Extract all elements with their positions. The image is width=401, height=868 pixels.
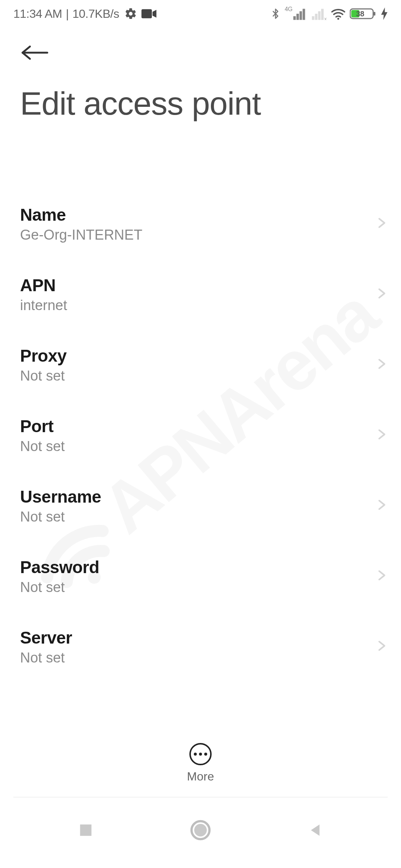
- svg-rect-8: [318, 11, 321, 20]
- row-proxy[interactable]: Proxy Not set: [0, 329, 401, 400]
- svg-rect-2: [293, 16, 296, 20]
- battery-text: 38: [356, 10, 364, 18]
- more-button[interactable]: More: [0, 743, 401, 783]
- row-label: Server: [20, 628, 72, 648]
- row-label: Username: [20, 487, 101, 507]
- row-value: internet: [20, 297, 67, 313]
- chevron-right-icon: [375, 355, 388, 374]
- svg-rect-1: [141, 9, 152, 19]
- row-server[interactable]: Server Not set: [0, 611, 401, 682]
- nav-back-icon[interactable]: [307, 822, 324, 840]
- video-icon: [141, 8, 157, 19]
- row-label: Password: [20, 557, 99, 577]
- svg-rect-4: [300, 11, 302, 20]
- more-icon: [189, 743, 212, 765]
- svg-rect-7: [315, 14, 317, 20]
- status-time: 11:34 AM: [13, 7, 62, 21]
- status-left: 11:34 AM | 10.7KB/s: [13, 7, 157, 21]
- row-value: Not set: [20, 579, 99, 595]
- svg-rect-6: [312, 16, 314, 20]
- status-speed: 10.7KB/s: [72, 7, 119, 21]
- row-label: Port: [20, 416, 65, 436]
- chevron-right-icon: [375, 566, 388, 586]
- row-value: Not set: [20, 438, 65, 454]
- chevron-right-icon: [375, 496, 388, 515]
- chevron-right-icon: [375, 285, 388, 304]
- row-name[interactable]: Name Ge-Org-INTERNET: [0, 188, 401, 259]
- status-separator: |: [66, 7, 69, 21]
- wifi-icon: [330, 7, 346, 20]
- row-value: Not set: [20, 368, 66, 384]
- svg-rect-9: [321, 9, 324, 20]
- chevron-right-icon: [375, 425, 388, 445]
- chevron-right-icon: [375, 637, 388, 656]
- svg-rect-13: [374, 12, 375, 16]
- row-apn[interactable]: APN internet: [0, 259, 401, 329]
- signal-bars-empty-icon: x: [312, 7, 327, 20]
- more-label: More: [187, 770, 214, 783]
- svg-rect-5: [303, 9, 305, 20]
- row-password[interactable]: Password Not set: [0, 541, 401, 611]
- divider: [13, 797, 388, 798]
- row-mmsc[interactable]: MMSC Not set: [0, 682, 401, 686]
- svg-rect-3: [296, 14, 299, 20]
- svg-text:x: x: [324, 16, 327, 20]
- back-arrow-icon[interactable]: [20, 42, 50, 63]
- row-value: Not set: [20, 509, 101, 525]
- svg-rect-16: [80, 825, 92, 836]
- row-value: Ge-Org-INTERNET: [20, 227, 142, 243]
- status-bar: 11:34 AM | 10.7KB/s 4G x 38: [0, 0, 401, 27]
- svg-point-11: [337, 18, 339, 20]
- settings-list: Name Ge-Org-INTERNET APN internet Proxy …: [0, 188, 401, 686]
- row-port[interactable]: Port Not set: [0, 400, 401, 470]
- nav-recent-icon[interactable]: [77, 822, 94, 840]
- gear-icon: [124, 7, 137, 20]
- page-title: Edit access point: [0, 68, 401, 126]
- row-label: Name: [20, 205, 142, 225]
- svg-point-18: [194, 824, 207, 836]
- signal-bars-icon: [293, 7, 308, 20]
- network-label-4g: 4G: [285, 6, 293, 12]
- nav-home-icon[interactable]: [190, 819, 211, 842]
- navigation-bar: [0, 805, 401, 868]
- bluetooth-icon: [270, 7, 281, 21]
- row-label: Proxy: [20, 346, 66, 366]
- row-username[interactable]: Username Not set: [0, 470, 401, 541]
- row-value: Not set: [20, 650, 72, 666]
- charging-icon: [381, 7, 388, 20]
- row-label: APN: [20, 275, 67, 295]
- battery-icon: 38: [350, 7, 377, 20]
- chevron-right-icon: [375, 214, 388, 233]
- status-right: 4G x 38: [270, 7, 388, 21]
